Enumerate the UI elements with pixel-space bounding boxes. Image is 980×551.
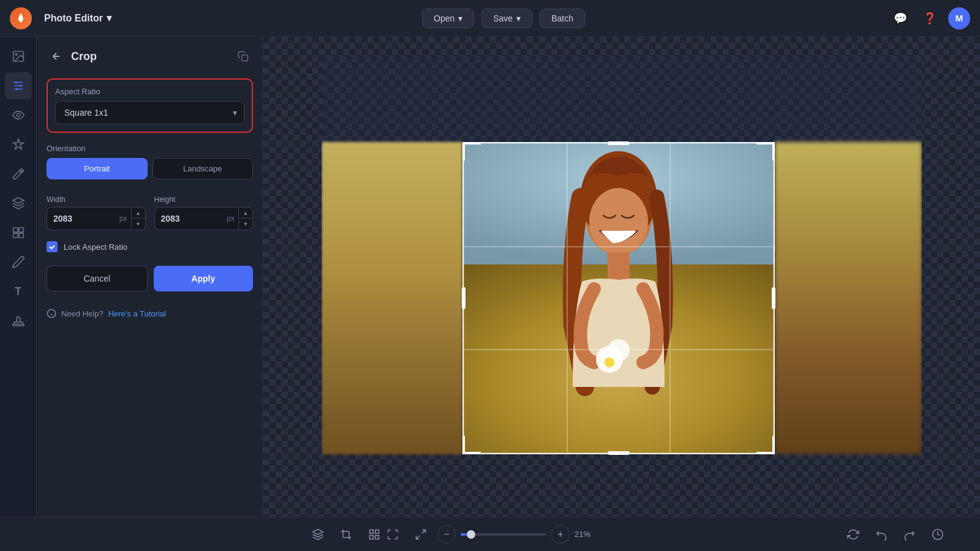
save-label: Save xyxy=(493,13,513,23)
sidebar-item-layers[interactable] xyxy=(5,190,32,217)
orientation-section: Orientation Portrait Landscape xyxy=(47,144,253,179)
help-icon-button[interactable]: ❓ xyxy=(919,7,941,29)
svg-rect-8 xyxy=(13,233,17,238)
handle-top-left-v[interactable] xyxy=(462,142,465,160)
handle-top-left-h[interactable] xyxy=(462,142,481,144)
handle-right-mid[interactable] xyxy=(772,287,775,309)
grid-cell-7 xyxy=(464,350,567,453)
refresh-icon[interactable] xyxy=(842,523,865,546)
width-input[interactable] xyxy=(47,208,119,229)
grid-cell-9 xyxy=(670,350,774,453)
batch-label: Batch xyxy=(551,13,573,23)
handle-top-right-v[interactable] xyxy=(772,142,775,160)
topbar: Photo Editor ▾ Open ▾ Save ▾ Batch 💬 ❓ M xyxy=(0,0,980,37)
svg-rect-11 xyxy=(12,324,23,326)
sidebar-item-paint[interactable] xyxy=(5,160,32,187)
sidebar-item-elements[interactable] xyxy=(5,219,32,246)
zoom-minus-button[interactable]: − xyxy=(437,525,456,544)
landscape-button[interactable]: Landscape xyxy=(153,158,254,179)
grid-cell-4 xyxy=(464,247,567,350)
batch-button[interactable]: Batch xyxy=(540,9,585,28)
width-spinners: ▲ ▼ xyxy=(131,208,145,230)
chat-icon-button[interactable]: 💬 xyxy=(889,7,911,29)
svg-rect-25 xyxy=(370,535,374,539)
svg-rect-26 xyxy=(375,535,379,539)
width-unit: px xyxy=(119,214,131,223)
layers-bottom-icon[interactable] xyxy=(306,523,330,546)
sidebar-item-preview[interactable] xyxy=(5,102,32,129)
history-icon[interactable] xyxy=(926,523,949,546)
orientation-label: Orientation xyxy=(47,144,253,153)
redo-icon[interactable] xyxy=(898,523,921,546)
zoom-slider-thumb[interactable] xyxy=(467,530,475,539)
sidebar-item-adjustments[interactable] xyxy=(5,72,32,99)
bottom-left-tools xyxy=(306,523,386,546)
height-up-button[interactable]: ▲ xyxy=(239,208,252,219)
fit-icon[interactable] xyxy=(409,523,432,546)
handle-bottom-mid[interactable] xyxy=(608,451,630,455)
avatar-button[interactable]: M xyxy=(948,7,970,29)
app-name-button[interactable]: Photo Editor ▾ xyxy=(38,9,118,28)
zoom-plus-button[interactable]: + xyxy=(551,525,570,544)
sidebar-item-draw[interactable] xyxy=(5,249,32,276)
grid-bottom-icon[interactable] xyxy=(363,523,386,546)
height-input[interactable] xyxy=(155,208,227,229)
width-up-button[interactable]: ▲ xyxy=(132,208,145,219)
info-icon xyxy=(47,309,56,318)
crop-overlay[interactable] xyxy=(462,142,775,454)
sidebar-item-image[interactable] xyxy=(5,43,32,70)
sidebar-item-stamp[interactable] xyxy=(5,307,32,334)
blur-left xyxy=(322,142,462,454)
canvas-area[interactable] xyxy=(263,37,980,517)
grid-cell-5 xyxy=(567,247,671,350)
lock-checkbox[interactable] xyxy=(47,241,58,252)
height-input-wrap: px ▲ ▼ xyxy=(154,207,254,230)
grid-cell-2 xyxy=(567,143,671,247)
width-group: Width px ▲ ▼ xyxy=(47,195,146,230)
sidebar-item-effects[interactable] xyxy=(5,131,32,158)
save-button[interactable]: Save ▾ xyxy=(481,9,532,28)
aspect-ratio-select[interactable]: Square 1x1 Original Custom 16:9 4:3 3:2 xyxy=(55,101,244,124)
svg-point-2 xyxy=(15,81,17,84)
undo-icon[interactable] xyxy=(870,523,893,546)
grid-cell-6 xyxy=(670,247,774,350)
handle-left-mid[interactable] xyxy=(462,287,466,309)
topbar-center: Open ▾ Save ▾ Batch xyxy=(118,9,889,28)
aspect-ratio-label: Aspect Ratio xyxy=(55,87,244,96)
handle-bottom-left-h[interactable] xyxy=(462,452,481,454)
bottombar: − + 21% xyxy=(0,517,980,551)
zoom-slider[interactable] xyxy=(461,533,546,536)
height-label: Height xyxy=(154,195,254,204)
zoom-slider-wrap: − + 21% xyxy=(437,525,599,544)
panel-header: Crop xyxy=(47,47,253,66)
panel-title: Crop xyxy=(71,50,233,63)
action-row: Cancel Apply xyxy=(47,266,253,291)
svg-rect-24 xyxy=(375,530,379,533)
svg-rect-6 xyxy=(13,228,17,232)
crop-bottom-icon[interactable] xyxy=(334,523,358,546)
aspect-ratio-section: Aspect Ratio Square 1x1 Original Custom … xyxy=(47,78,253,133)
height-down-button[interactable]: ▼ xyxy=(239,219,252,230)
portrait-button[interactable]: Portrait xyxy=(47,158,148,179)
handle-bottom-right-v[interactable] xyxy=(772,436,775,454)
back-button[interactable] xyxy=(47,47,66,66)
svg-point-5 xyxy=(17,113,20,117)
open-dropdown-icon: ▾ xyxy=(458,13,462,23)
svg-rect-9 xyxy=(18,233,23,238)
help-link[interactable]: Here's a Tutorial xyxy=(108,309,166,318)
save-dropdown-icon: ▾ xyxy=(516,13,521,23)
aspect-ratio-select-wrapper: Square 1x1 Original Custom 16:9 4:3 3:2 … xyxy=(55,101,244,124)
svg-rect-23 xyxy=(370,530,374,533)
cancel-button[interactable]: Cancel xyxy=(47,266,148,291)
apply-button[interactable]: Apply xyxy=(154,266,254,291)
svg-rect-12 xyxy=(242,55,248,61)
open-button[interactable]: Open ▾ xyxy=(422,9,474,28)
grid-cell-8 xyxy=(567,350,671,453)
transparent-area xyxy=(322,56,922,142)
handle-top-mid[interactable] xyxy=(608,141,630,145)
handle-bottom-left-v[interactable] xyxy=(462,436,465,454)
app-dropdown-icon: ▾ xyxy=(107,12,111,24)
copy-button[interactable] xyxy=(233,47,253,66)
sidebar-item-text[interactable]: T xyxy=(5,278,32,305)
width-down-button[interactable]: ▼ xyxy=(132,219,145,230)
